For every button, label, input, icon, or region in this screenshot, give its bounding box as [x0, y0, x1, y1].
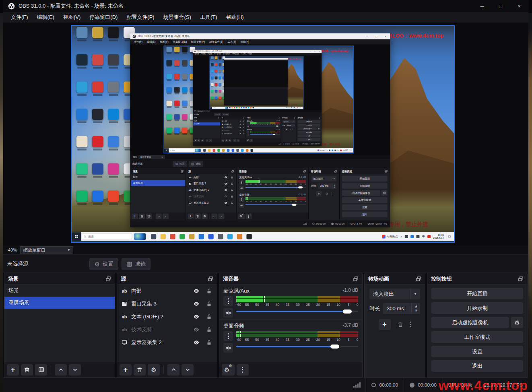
- scene-item[interactable]: 录屏场景: [4, 297, 115, 309]
- start-recording-button[interactable]: 开始录制: [431, 302, 523, 314]
- minimize-button[interactable]: ─: [473, 0, 491, 12]
- taskbar-app-icon: [179, 234, 185, 239]
- source-item[interactable]: ab技术支持: [117, 323, 217, 336]
- menu-item-4[interactable]: 配置文件(P): [122, 12, 159, 23]
- add-scene-button[interactable]: +: [7, 364, 19, 375]
- desktop-icon: [165, 47, 173, 60]
- source-item: 显示器采集 2: [221, 132, 245, 135]
- visibility-eye-icon[interactable]: [192, 314, 201, 320]
- move-scene-up-button: [206, 139, 208, 142]
- weather-widget-icon: [195, 149, 200, 152]
- source-filters-button[interactable]: 滤镜: [122, 258, 151, 270]
- remove-source-button[interactable]: [134, 364, 146, 375]
- move-scene-down-button[interactable]: [69, 364, 81, 375]
- add-transition-button[interactable]: +: [379, 319, 391, 330]
- search-label: 搜索: [172, 149, 175, 151]
- duration-spinner[interactable]: 300 ms∧∨: [383, 303, 420, 314]
- advanced-audio-button[interactable]: ⚙⚙: [222, 364, 235, 375]
- virtual-camera-button: 启动虚拟摄像机: [298, 127, 317, 130]
- db-tick-label: -10: [335, 303, 340, 307]
- taskbar-app-icon: [248, 107, 249, 108]
- advanced-audio-button: ⚙⚙: [238, 213, 245, 219]
- volume-slider[interactable]: [236, 344, 358, 349]
- add-source-button[interactable]: +: [120, 364, 132, 375]
- desktop-icon: [105, 136, 121, 163]
- popout-icon[interactable]: [353, 276, 359, 282]
- popout-icon: [181, 170, 184, 173]
- controls-dock: 控制按钮 开始直播开始录制启动虚拟摄像机⚙工作室模式设置退出: [427, 273, 528, 378]
- popout-icon[interactable]: [208, 276, 213, 282]
- unlock-icon[interactable]: [204, 327, 214, 333]
- gear-icon: ⚙: [514, 320, 520, 326]
- virtual-camera-settings-button: ⚙: [318, 127, 320, 130]
- maximize-button[interactable]: □: [491, 0, 510, 12]
- mixer-db-value: -1.0 dB: [298, 175, 306, 179]
- transition-menu-button[interactable]: [410, 322, 411, 327]
- exit-button[interactable]: 退出: [431, 360, 523, 372]
- popout-icon[interactable]: [105, 276, 111, 282]
- source-item[interactable]: 显示器采集 2: [117, 336, 217, 349]
- start-streaming-button[interactable]: 开始直播: [431, 288, 523, 299]
- source-properties-gear-button[interactable]: ⚙: [148, 364, 160, 375]
- visibility-eye-icon: [239, 120, 241, 122]
- db-tick-label: -25: [267, 132, 268, 133]
- popout-icon: [319, 118, 320, 119]
- source-item[interactable]: ab内部: [117, 285, 217, 297]
- preview-canvas[interactable]: BLOG：www.4cm.top 教学专用，禁止外流 OBS 31.0.0 - …: [71, 25, 455, 243]
- popout-icon[interactable]: [518, 276, 524, 282]
- mute-speaker-icon[interactable]: [223, 343, 233, 353]
- menu-item-0: 文件(F): [132, 39, 144, 45]
- mixer-options-button[interactable]: [223, 331, 233, 341]
- move-scene-up-button[interactable]: [55, 364, 67, 375]
- mute-speaker-icon[interactable]: [223, 308, 233, 318]
- mixer-db-value: -3.7 dB: [298, 193, 306, 196]
- scene-filters-button[interactable]: [35, 364, 47, 375]
- zoom-mode-dropdown[interactable]: 缩放至窗口▼: [20, 246, 73, 254]
- visibility-eye-off-icon[interactable]: [192, 327, 201, 332]
- visibility-eye-icon[interactable]: [192, 288, 201, 294]
- remove-scene-button[interactable]: [21, 364, 33, 375]
- unlock-icon[interactable]: [204, 288, 214, 294]
- close-button[interactable]: ×: [510, 0, 528, 12]
- volume-slider[interactable]: [236, 309, 358, 314]
- unlock-icon[interactable]: [204, 301, 214, 307]
- advanced-audio-button: ⚙⚙: [247, 139, 250, 142]
- filter-icon: [223, 114, 225, 116]
- menu-item-5[interactable]: 场景集合(S): [159, 12, 196, 23]
- popout-icon[interactable]: [416, 276, 421, 282]
- source-context-toolbar: 未选择源 ⚙设置 滤镜: [3, 254, 528, 273]
- mixer-options-button[interactable]: [223, 296, 233, 306]
- source-item[interactable]: 窗口采集 3: [117, 297, 217, 310]
- source-item[interactable]: ab文本 (GDI+) 2: [117, 310, 217, 323]
- transition-select[interactable]: 淡入淡出▼: [369, 289, 420, 299]
- menu-item-3[interactable]: 停靠窗口(D): [85, 12, 122, 23]
- remove-transition-button[interactable]: [397, 321, 404, 328]
- desktop-icon: [210, 83, 214, 90]
- virtual-camera-settings-button[interactable]: ⚙: [511, 317, 523, 328]
- desktop-icon: [210, 63, 214, 70]
- menu-item-7[interactable]: 帮助(H): [222, 12, 248, 23]
- visibility-eye-icon[interactable]: [192, 301, 201, 307]
- virtual-camera-button[interactable]: 启动虚拟摄像机: [431, 317, 509, 328]
- sources-dock-header: 源: [186, 169, 236, 174]
- move-source-up-button[interactable]: [167, 364, 179, 375]
- db-tick-label: 0: [357, 303, 359, 307]
- scene-item[interactable]: 场景: [4, 285, 115, 297]
- mixer-menu-button[interactable]: [237, 364, 249, 375]
- desktop-icon: [210, 97, 214, 103]
- db-tick-label: -25: [279, 183, 282, 185]
- spinner-arrows-icon[interactable]: ∧∨: [411, 303, 420, 314]
- desktop-icon: [74, 136, 90, 163]
- move-source-down-button[interactable]: [181, 364, 194, 375]
- unlock-icon[interactable]: [204, 340, 214, 346]
- studio-mode-button[interactable]: 工作室模式: [431, 331, 523, 343]
- menu-item-0[interactable]: 文件(F): [6, 12, 33, 23]
- unlock-icon[interactable]: [204, 314, 214, 320]
- settings-button[interactable]: 设置: [431, 346, 523, 357]
- menu-item-6[interactable]: 工具(T): [196, 12, 222, 23]
- menu-item-2[interactable]: 视图(V): [59, 12, 85, 23]
- transitions-body: 淡入淡出▼ 时长300 ms∧∨ +: [281, 120, 296, 142]
- source-properties-button[interactable]: ⚙设置: [89, 258, 118, 270]
- visibility-eye-icon[interactable]: [192, 340, 201, 345]
- menu-item-1[interactable]: 编辑(E): [33, 12, 59, 23]
